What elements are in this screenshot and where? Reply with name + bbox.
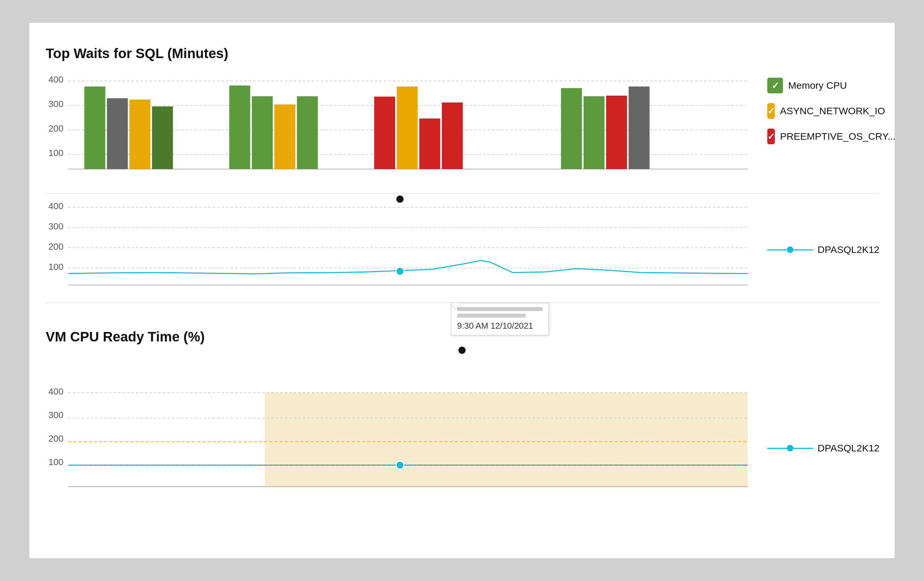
vm-legend-dot: [787, 445, 794, 451]
bar-chart-svg: 400 300 200 100: [46, 68, 754, 185]
line-section-1: 400 300 200 100: [46, 194, 878, 303]
line-chart-area-1: 400 300 200 100: [46, 200, 878, 299]
top-waits-title: Top Waits for SQL (Minutes): [46, 46, 878, 61]
svg-rect-22: [584, 96, 604, 169]
svg-point-45: [396, 461, 404, 469]
svg-text:400: 400: [48, 387, 63, 397]
legend-label-async: ASYNC_NETWORK_IO: [780, 105, 885, 117]
svg-rect-10: [107, 98, 128, 169]
legend-check-green: ✓: [767, 78, 783, 93]
vm-legend-item: DPASQL2K12: [767, 443, 878, 454]
svg-text:400: 400: [48, 74, 63, 84]
svg-text:200: 200: [48, 433, 63, 444]
svg-text:200: 200: [48, 123, 63, 133]
svg-rect-18: [397, 87, 417, 169]
svg-rect-12: [152, 106, 173, 169]
vm-legend: DPASQL2K12: [754, 443, 878, 454]
vm-legend-line-b: [794, 448, 813, 449]
line-chart-body-1: 400 300 200 100: [46, 200, 754, 299]
legend-label-preemptive: PREEMPTIVE_OS_CRY...: [780, 131, 896, 142]
svg-rect-19: [419, 119, 440, 169]
line-chart-svg-1: 400 300 200 100: [46, 200, 754, 298]
vm-cpu-section: 9:30 AM 12/10/2021 VM CPU Ready Time (%)…: [46, 303, 878, 545]
svg-text:200: 200: [48, 242, 63, 252]
svg-rect-23: [606, 95, 627, 169]
legend-label-memory-cpu: Memory CPU: [788, 80, 847, 91]
line-legend-label-1: DPASQL2K12: [818, 244, 879, 255]
vm-chart-body: 400 300 200 100: [46, 385, 754, 511]
svg-text:100: 100: [48, 148, 63, 158]
top-waits-legend: ✓ Memory CPU ✓ ASYNC_NETWORK_IO ✓ PREEMP…: [754, 68, 878, 144]
svg-rect-11: [129, 100, 150, 169]
legend-item-async: ✓ ASYNC_NETWORK_IO: [767, 103, 878, 119]
svg-text:400: 400: [48, 201, 63, 211]
svg-rect-15: [274, 104, 295, 169]
svg-rect-17: [374, 97, 395, 169]
svg-text:100: 100: [48, 262, 63, 272]
tooltip-arrow: [451, 303, 460, 309]
svg-rect-14: [252, 96, 272, 169]
line-legend-line-1b: [794, 249, 813, 250]
tooltip-line2: [457, 314, 526, 318]
svg-rect-21: [561, 88, 582, 169]
line-legend-dot-1: [787, 247, 794, 253]
vm-cpu-title: VM CPU Ready Time (%): [46, 329, 878, 345]
svg-rect-20: [442, 102, 463, 169]
legend-item-preemptive: ✓ PREEMPTIVE_OS_CRY...: [767, 128, 878, 144]
vm-legend-label: DPASQL2K12: [818, 443, 879, 454]
line-legend-item-dpasql: DPASQL2K12: [767, 244, 878, 255]
svg-rect-16: [297, 96, 318, 169]
svg-rect-35: [265, 393, 748, 487]
svg-text:300: 300: [48, 99, 63, 109]
line-legend-line-1: [767, 249, 787, 250]
vm-legend-line-a: [767, 448, 787, 449]
svg-text:300: 300: [48, 221, 63, 231]
top-waits-chart-area: 400 300 200 100: [46, 68, 878, 187]
svg-text:100: 100: [48, 457, 63, 467]
svg-rect-13: [229, 86, 250, 169]
top-waits-chart-body: 400 300 200 100: [46, 68, 754, 187]
top-waits-section: Top Waits for SQL (Minutes) 400 300 200 …: [46, 36, 878, 194]
svg-text:300: 300: [48, 410, 63, 420]
svg-rect-24: [629, 87, 649, 169]
line-legend-1: DPASQL2K12: [754, 244, 878, 255]
tooltip-line1: [457, 307, 543, 311]
vm-chart-area: 400 300 200 100: [46, 351, 878, 545]
legend-check-red: ✓: [767, 128, 775, 144]
vm-chart-svg: 400 300 200 100: [46, 385, 754, 510]
svg-rect-9: [84, 87, 105, 169]
legend-check-gold: ✓: [767, 103, 775, 119]
legend-item-memory-cpu: ✓ Memory CPU: [767, 78, 878, 93]
svg-point-34: [396, 267, 404, 275]
main-container: Top Waits for SQL (Minutes) 400 300 200 …: [30, 23, 894, 558]
